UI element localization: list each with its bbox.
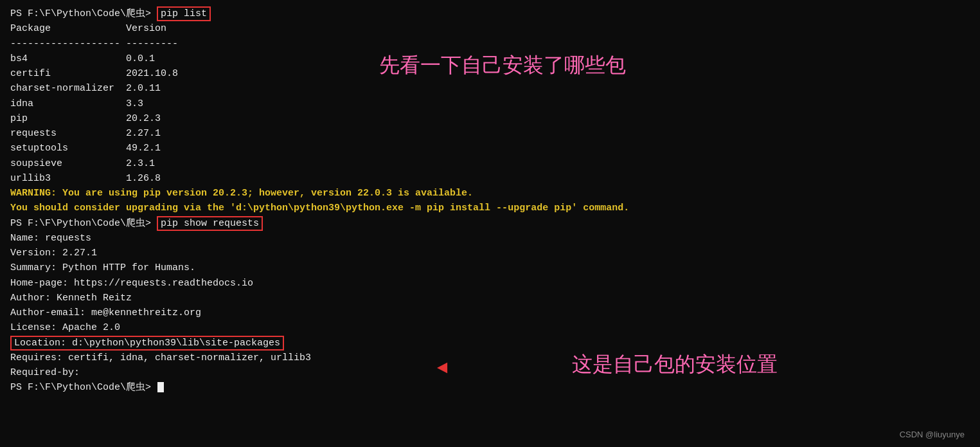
line-soupsieve: soupsieve 2.3.1	[10, 156, 970, 171]
prompt-2: PS F:\F\Python\Code\爬虫>	[10, 218, 157, 229]
line-location: Location: d:\python\python39\lib\site-pa…	[10, 336, 970, 351]
line-header: Package Version	[10, 21, 970, 36]
line-separator: ------------------- ---------	[10, 37, 970, 51]
line-setuptools: setuptools 49.2.1	[10, 141, 970, 156]
line-warning2: You should consider upgrading via the 'd…	[10, 201, 970, 215]
location-value: Location: d:\python\python39\lib\site-pa…	[10, 336, 284, 351]
line-requests: requests 2.27.1	[10, 126, 970, 141]
line-required-by: Required-by:	[10, 365, 970, 380]
line-name: Name: requests	[10, 231, 970, 246]
annotation-bottom: 这是自己包的安装位置	[572, 351, 778, 379]
line-requires: Requires: certifi, idna, charset-normali…	[10, 351, 970, 365]
line-pip: pip 20.2.3	[10, 111, 970, 126]
line-idna: idna 3.3	[10, 96, 970, 111]
line-pip-list: PS F:\F\Python\Code\爬虫> pip list	[10, 6, 970, 21]
line-charset: charset-normalizer 2.0.11	[10, 81, 970, 96]
pip-show-cmd: pip show requests	[157, 216, 263, 231]
line-homepage: Home-page: https://requests.readthedocs.…	[10, 276, 970, 291]
annotation-top: 先看一下自己安装了哪些包	[379, 51, 626, 80]
line-urllib3: urllib3 1.26.8	[10, 171, 970, 186]
line-final-prompt: PS F:\F\Python\Code\爬虫>	[10, 380, 970, 395]
line-license: License: Apache 2.0	[10, 320, 970, 335]
line-version: Version: 2.27.1	[10, 246, 970, 260]
line-summary: Summary: Python HTTP for Humans.	[10, 260, 970, 275]
arrow-icon: ◄	[437, 358, 448, 378]
line-pip-show: PS F:\F\Python\Code\爬虫> pip show request…	[10, 216, 970, 231]
line-email: Author-email: me@kennethreitz.org	[10, 306, 970, 320]
line-author: Author: Kenneth Reitz	[10, 291, 970, 306]
csdn-watermark: CSDN @liuyunye	[900, 430, 965, 439]
prompt-1: PS F:\F\Python\Code\爬虫>	[10, 8, 157, 19]
pip-list-cmd: pip list	[157, 6, 211, 21]
line-warning1: WARNING: You are using pip version 20.2.…	[10, 186, 970, 201]
